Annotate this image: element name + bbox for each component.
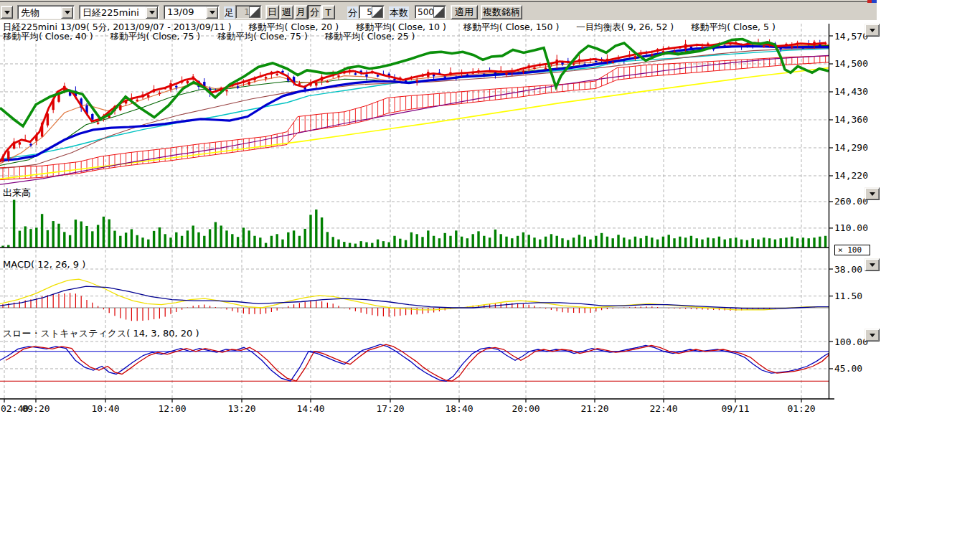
time-tick-label: 20:00 (512, 403, 540, 414)
legend-item: 移動平均( Close, 75 ) (110, 31, 201, 43)
toolbar: 先物 日経225mini 13/09 足 1 日 週 月 分 T 分 5 本数 (0, 0, 877, 20)
chevron-down-icon (870, 263, 875, 270)
axis-tick-label: 14,220 (834, 170, 868, 181)
time-tick-label: 13:20 (227, 403, 255, 414)
legend-row-2: 移動平均( Close, 40 )移動平均( Close, 75 )移動平均( … (3, 31, 415, 43)
time-tick-label: 14:40 (296, 403, 324, 414)
minute-spinner[interactable]: 5 (359, 5, 385, 19)
axis-tick-label: 11.50 (834, 291, 862, 301)
chevron-down-icon (209, 11, 215, 17)
bar-interval-spinner[interactable]: 1 (235, 5, 262, 19)
moving-average-lines (0, 44, 829, 184)
stoch-panel (0, 344, 829, 381)
legend-item: 移動平均( Close, 75 ) (217, 31, 308, 43)
chevron-down-icon (870, 192, 875, 199)
overlay-lines (0, 39, 829, 163)
axis-tick-label: 14,290 (834, 142, 868, 153)
category-combobox[interactable]: 先物 (17, 5, 75, 19)
bar-count-spinner[interactable]: 500 (415, 5, 446, 19)
chevron-down-icon (65, 11, 70, 17)
timeframe-day-button[interactable]: 日 (265, 5, 279, 19)
symbol-combobox-value: 日経225mini (83, 6, 139, 19)
category-combobox-arrow[interactable] (61, 6, 73, 19)
legend-item: 移動平均( Close, 25 ) (325, 31, 415, 43)
window-icon-fragment (867, 0, 877, 3)
legend-item: 移動平均( Close, 150 ) (463, 22, 560, 34)
left-combo-arrow-button[interactable] (1, 6, 13, 19)
bar-type-label: 足 (224, 6, 235, 19)
spinner-icon[interactable] (433, 6, 445, 18)
time-tick-label: 10:40 (91, 403, 119, 414)
time-tick-label: 21:20 (580, 403, 608, 414)
time-tick-label: 22:40 (649, 403, 677, 414)
axis-tick-label: 14,570 (834, 31, 868, 42)
macd-panel (0, 279, 829, 321)
axis-tick-label: 45.00 (834, 363, 862, 374)
symbol-combobox[interactable]: 日経225mini (79, 5, 159, 19)
chevron-down-icon (870, 29, 875, 35)
minute-label: 分 (347, 6, 358, 19)
axis-tick-label: 14,500 (834, 58, 868, 69)
spinner-icon[interactable] (372, 6, 383, 18)
application-window: 先物 日経225mini 13/09 足 1 日 週 月 分 T 分 5 本数 (0, 0, 980, 551)
stoch-panel-menu-button[interactable] (864, 329, 880, 342)
spinner-icon[interactable] (249, 6, 260, 18)
time-tick-label: 12:00 (158, 403, 186, 414)
time-tick-label: 01:20 (787, 403, 815, 414)
timeframe-minute-button[interactable]: 分 (308, 5, 321, 19)
axes: 14,57014,50014,43014,36014,29014,220260.… (0, 24, 868, 414)
apply-button[interactable]: 適用 (451, 5, 478, 19)
time-tick-label: 17:20 (376, 403, 404, 414)
axis-tick-label: 260.00 (834, 196, 868, 207)
time-tick-label: 09/11 (721, 403, 749, 414)
symbol-combobox-arrow[interactable] (146, 6, 158, 19)
timeframe-tick-button[interactable]: T (321, 5, 335, 19)
volume-panel-title: 出来高 (3, 187, 31, 198)
chevron-down-icon (149, 11, 155, 17)
price-panel-menu-button[interactable] (864, 24, 880, 37)
axis-tick-label: 14,430 (834, 86, 868, 97)
timeframe-month-button[interactable]: 月 (294, 5, 308, 19)
timeframe-week-button[interactable]: 週 (280, 5, 293, 19)
chart-canvas[interactable]: 14,57014,50014,43014,36014,29014,220260.… (0, 20, 882, 416)
ichimoku-cloud (0, 56, 829, 180)
chevron-down-icon (870, 334, 875, 340)
axis-tick-label: 38.00 (834, 264, 862, 275)
macd-panel-title: MACD( 12, 26, 9 ) (3, 259, 85, 270)
axis-tick-label: 110.00 (834, 222, 868, 233)
time-tick-label: 18:40 (445, 403, 473, 414)
multi-symbol-button[interactable]: 複数銘柄 (481, 5, 522, 19)
axis-tick-label: 100.00 (834, 336, 868, 347)
chevron-down-icon (4, 11, 10, 17)
gridlines (0, 24, 829, 399)
legend-item: 移動平均( Close, 5 ) (691, 22, 776, 34)
volume-panel-menu-button[interactable] (864, 187, 880, 200)
axis-tick-label: 14,360 (834, 114, 868, 125)
category-combobox-value: 先物 (21, 6, 39, 19)
time-tick-label: 09:20 (22, 403, 50, 414)
stoch-panel-title: スロー・ストキャスティクス( 14, 3, 80, 20 ) (3, 328, 199, 339)
contract-combobox[interactable]: 13/09 (164, 5, 220, 19)
macd-panel-menu-button[interactable] (864, 258, 880, 271)
legend-item: 移動平均( Close, 40 ) (3, 31, 93, 43)
volume-panel (0, 200, 829, 248)
bar-count-value: 500 (418, 7, 434, 17)
bar-count-label: 本数 (389, 6, 409, 19)
contract-combobox-value: 13/09 (167, 6, 194, 17)
contract-combobox-arrow[interactable] (206, 6, 218, 19)
volume-multiplier-badge: × 100 (834, 245, 870, 255)
legend-item: 一目均衡表( 9, 26, 52 ) (576, 22, 674, 34)
